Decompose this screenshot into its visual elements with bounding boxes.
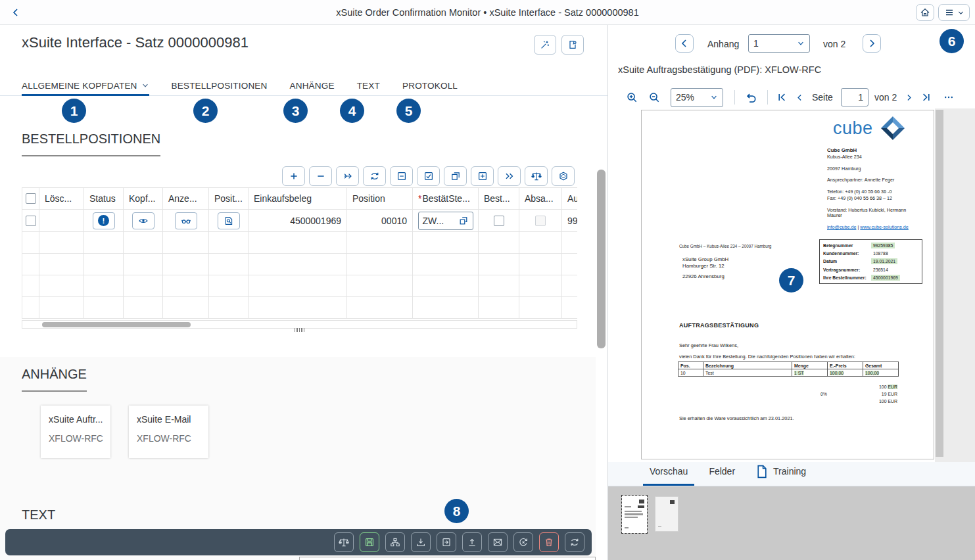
pdf-scrollbar-thumb[interactable] — [936, 110, 943, 457]
forward-document-button[interactable] — [437, 532, 456, 552]
collapse-button[interactable] — [390, 166, 413, 186]
attachment-card[interactable]: xSuite E-Mail XFLOW-RFC — [129, 406, 208, 458]
col-header: Kopf... — [124, 188, 163, 210]
auto-process-button[interactable] — [534, 35, 556, 55]
page-thumbnails — [608, 486, 975, 560]
cube-logo-icon — [880, 115, 906, 141]
row-checkbox[interactable] — [26, 216, 36, 226]
download-button[interactable] — [411, 532, 431, 552]
page-thumbnail-2[interactable] — [655, 496, 678, 532]
tab-anhaenge[interactable]: ANHÄNGE — [290, 76, 335, 95]
zoom-select[interactable]: 25% — [671, 88, 723, 107]
undo-cancel-icon — [518, 537, 529, 548]
attachment-nav-label: Anhang — [707, 39, 739, 49]
balance-icon — [531, 171, 542, 181]
tab-label: PROTOKOLL — [402, 81, 458, 91]
tab-allgemeine-kopfdaten[interactable]: ALLGEMEINE KOPFDATEN — [22, 76, 149, 95]
status-button[interactable] — [93, 212, 115, 229]
page-number-input[interactable] — [841, 88, 868, 106]
zoom-out-icon[interactable] — [648, 91, 661, 104]
select-check-button[interactable] — [417, 166, 440, 186]
attachment-viewer-panel: Anhang 1 von 2 xSuite Auftragsbestätigun… — [608, 25, 975, 560]
empty-row — [22, 275, 578, 297]
empty-row — [22, 232, 578, 254]
save-button[interactable] — [360, 532, 379, 552]
company-email-link[interactable]: info@cube.de — [827, 224, 856, 230]
last-page-icon[interactable] — [921, 92, 932, 103]
chevron-down-icon — [797, 39, 805, 47]
home-button[interactable] — [916, 4, 934, 21]
refresh-button[interactable] — [565, 532, 584, 552]
expand-button[interactable] — [471, 166, 494, 186]
tab-text[interactable]: TEXT — [357, 76, 380, 95]
branch-arrow-icon — [343, 171, 353, 181]
branch-button[interactable] — [336, 166, 359, 186]
text-input-area[interactable] — [299, 557, 596, 560]
tab-felder[interactable]: Felder — [709, 462, 735, 486]
remove-row-button[interactable] — [309, 166, 332, 186]
undo-icon[interactable] — [745, 91, 757, 104]
shell-header: xSuite Order Confirmation Monitor • xSui… — [0, 0, 975, 25]
footer-compare-button[interactable] — [334, 532, 354, 552]
zoom-in-icon[interactable] — [626, 91, 638, 104]
sync-button[interactable] — [363, 166, 386, 186]
overflow-icon[interactable] — [943, 92, 954, 103]
company-board: Vorstand: Hubertus Kubicki, Hermann Maur… — [827, 208, 911, 219]
company-web-link[interactable]: www.cube-solutions.de — [860, 224, 909, 230]
tab-bestellpositionen[interactable]: BESTELLPOSITIONEN — [172, 76, 268, 95]
double-chevron-icon — [504, 171, 515, 181]
home-icon — [920, 7, 930, 18]
header-display-button[interactable] — [132, 212, 155, 229]
annotation-badge-2: 2 — [193, 99, 218, 123]
back-button[interactable] — [8, 5, 24, 20]
col-header: Status — [84, 188, 124, 210]
company-phone: Telefon: +49 (0) 40 55 66 36 -0 — [827, 189, 911, 195]
next-attachment-button[interactable] — [863, 34, 881, 53]
process-all-button[interactable] — [498, 166, 521, 186]
cube-logo-text: cube — [833, 118, 873, 139]
position-detail-button[interactable] — [218, 212, 240, 229]
prev-page-icon[interactable] — [796, 93, 804, 102]
tab-vorschau[interactable]: Vorschau — [650, 462, 688, 486]
document-search-icon — [224, 216, 234, 226]
scrollbar-thumb[interactable] — [42, 322, 191, 327]
cancel-workflow-button[interactable] — [513, 532, 533, 552]
tab-protokoll[interactable]: PROTOKOLL — [402, 76, 458, 95]
select-all-checkbox[interactable] — [26, 193, 36, 204]
table-resize-grip[interactable] — [22, 328, 577, 332]
value-highlighted: 100,00 — [830, 371, 844, 375]
next-page-icon[interactable] — [905, 93, 913, 102]
upload-button[interactable] — [462, 532, 482, 552]
company-fax: Fax: +49 (0) 040 55 66 38 – 12 — [827, 196, 911, 201]
customize-button[interactable] — [552, 166, 575, 186]
flip-view-button[interactable] — [444, 166, 467, 186]
page-thumbnail-1-selected[interactable] — [622, 496, 647, 533]
value-highlighted: 100,00 — [865, 371, 879, 375]
table-toolbar — [282, 166, 575, 186]
attachment-select[interactable]: 1 — [748, 34, 810, 53]
total-net: 100 EUR — [839, 383, 897, 390]
prev-attachment-button[interactable] — [675, 34, 694, 53]
pdf-items-table: Pos. Bezeichnung Menge E.-Preis Gesamt 1… — [678, 362, 899, 377]
compare-button[interactable] — [525, 166, 548, 186]
bestaetigungsstelle-field[interactable]: ZW... — [418, 212, 473, 230]
panel-vertical-scrollbar[interactable] — [597, 170, 606, 348]
email-button[interactable] — [488, 532, 508, 552]
menu-button[interactable] — [938, 4, 970, 21]
first-page-icon[interactable] — [776, 92, 787, 103]
display-button[interactable] — [175, 212, 197, 229]
add-row-button[interactable] — [282, 166, 305, 186]
delete-button[interactable] — [539, 532, 559, 552]
annotation-badge-6: 6 — [939, 29, 964, 53]
tab-training[interactable]: Training — [756, 462, 806, 486]
attachment-card[interactable]: xSuite Auftr... XFLOW-RFC — [41, 406, 110, 458]
preview-tab-bar: Vorschau Felder Training — [608, 462, 975, 486]
org-chart-icon — [390, 537, 400, 548]
shell-title: xSuite Order Confirmation Monitor • xSui… — [79, 0, 896, 25]
best-checkbox[interactable] — [494, 216, 504, 226]
pin-document-button[interactable] — [561, 35, 584, 55]
hexagon-icon — [558, 171, 569, 181]
square-check-icon — [423, 171, 434, 181]
workflow-button[interactable] — [385, 532, 405, 552]
value-help-icon[interactable] — [458, 216, 469, 226]
